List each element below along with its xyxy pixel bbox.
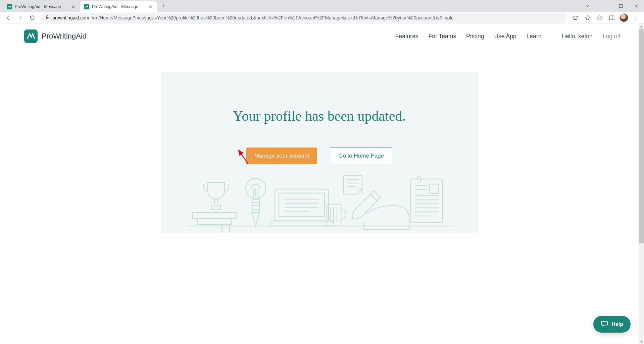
decorative-illustration — [161, 172, 478, 233]
share-icon[interactable] — [570, 13, 581, 22]
avatar — [620, 13, 628, 22]
extensions-icon[interactable] — [594, 13, 605, 22]
svg-rect-14 — [279, 193, 325, 217]
svg-rect-3 — [609, 16, 614, 20]
window-close-button[interactable] — [629, 1, 644, 11]
brand-logo-icon — [24, 30, 38, 43]
site-header: ProWritingAid Features For Teams Pricing… — [0, 23, 639, 48]
browser-tab-bar: ProWritingAid - Message ✕ ProWritingAid … — [0, 0, 644, 12]
manage-account-button[interactable]: Manage your account — [246, 148, 317, 164]
svg-point-7 — [636, 19, 636, 20]
nav-learn[interactable]: Learn — [527, 33, 542, 40]
tab-title: ProWritingAid - Message — [15, 4, 68, 9]
page-title: Your profile has been updated. — [161, 72, 478, 124]
logoff-link[interactable]: Log off — [603, 33, 621, 40]
page-content: ProWritingAid Features For Teams Pricing… — [0, 23, 639, 344]
tab-search-icon[interactable] — [581, 4, 594, 8]
window-minimize-button[interactable] — [598, 1, 613, 11]
go-home-button[interactable]: Go to Home Page — [330, 148, 392, 164]
lock-icon — [45, 15, 50, 20]
tab-favicon-icon — [84, 4, 89, 9]
help-widget-button[interactable]: Help — [593, 316, 631, 333]
svg-rect-1 — [620, 5, 623, 8]
browser-tab-active[interactable]: ProWritingAid - Message ✕ — [80, 1, 157, 12]
hero-buttons: Manage your account Go to Home Page — [161, 148, 478, 164]
svg-rect-9 — [193, 213, 236, 219]
tab-favicon-icon — [7, 4, 12, 9]
browser-tab[interactable]: ProWritingAid - Message ✕ — [3, 1, 80, 12]
browser-toolbar: prowritingaid.com/en/Home/Message?messag… — [0, 12, 644, 23]
browser-chrome: ProWritingAid - Message ✕ ProWritingAid … — [0, 0, 644, 23]
nav-use-app[interactable]: Use App — [494, 33, 516, 40]
svg-point-6 — [636, 17, 636, 18]
main-nav: Features For Teams Pricing Use App Learn… — [395, 33, 621, 40]
svg-rect-2 — [46, 17, 49, 18]
help-label: Help — [611, 321, 623, 327]
url-host: prowritingaid.com — [52, 15, 89, 20]
svg-rect-10 — [198, 219, 231, 225]
scroll-down-icon[interactable]: ▼ — [639, 339, 644, 344]
forward-button[interactable] — [15, 13, 26, 22]
window-maximize-button[interactable] — [613, 1, 629, 11]
close-icon[interactable]: ✕ — [148, 4, 153, 9]
profile-avatar[interactable] — [618, 13, 629, 22]
url-path: /en/Home/Message?message=Your%20profile%… — [92, 15, 456, 20]
new-tab-button[interactable]: + — [159, 1, 168, 11]
bookmark-icon[interactable] — [582, 13, 593, 22]
scroll-up-icon[interactable]: ▲ — [639, 23, 644, 29]
side-panel-icon[interactable] — [606, 13, 617, 22]
scrollbar-thumb[interactable] — [639, 29, 644, 243]
svg-point-5 — [636, 15, 636, 16]
nav-features[interactable]: Features — [395, 33, 418, 40]
back-button[interactable] — [3, 13, 13, 22]
chrome-menu-icon[interactable] — [631, 13, 641, 22]
vertical-scrollbar[interactable]: ▲ ▼ — [639, 23, 644, 344]
svg-line-26 — [370, 194, 377, 201]
user-greeting: Hello, ketrin — [561, 33, 592, 40]
chat-icon — [601, 320, 608, 329]
reload-button[interactable] — [27, 13, 38, 22]
brand[interactable]: ProWritingAid — [24, 30, 87, 43]
nav-pricing[interactable]: Pricing — [466, 33, 484, 40]
url-bar[interactable]: prowritingaid.com/en/Home/Message?messag… — [41, 13, 567, 23]
message-panel: Your profile has been updated. Manage yo… — [161, 72, 478, 233]
page-viewport: ProWritingAid Features For Teams Pricing… — [0, 23, 639, 344]
svg-rect-28 — [429, 184, 439, 193]
brand-name: ProWritingAid — [42, 32, 87, 41]
window-controls — [581, 0, 644, 12]
nav-for-teams[interactable]: For Teams — [429, 33, 456, 40]
tab-title: ProWritingAid - Message — [92, 4, 145, 9]
close-icon[interactable]: ✕ — [70, 4, 76, 9]
